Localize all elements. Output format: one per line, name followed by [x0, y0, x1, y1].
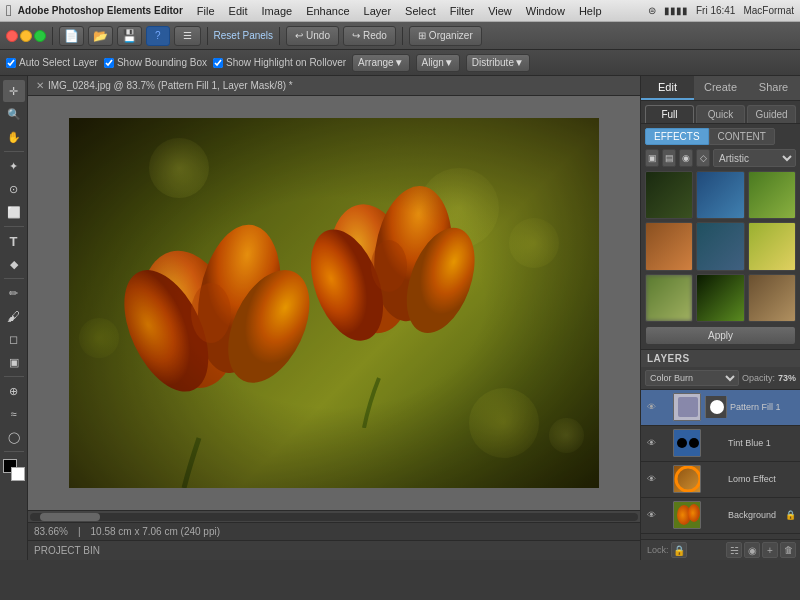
- crop-tool[interactable]: ⬜: [3, 201, 25, 223]
- lasso-tool[interactable]: ⊙: [3, 178, 25, 200]
- bounding-box-check[interactable]: Show Bounding Box: [104, 57, 207, 68]
- shape-tool[interactable]: ◆: [3, 253, 25, 275]
- svg-point-9: [371, 240, 407, 292]
- fg-bg-colors[interactable]: [3, 459, 25, 481]
- open-button[interactable]: 📂: [88, 26, 113, 46]
- layer-row-pattern-fill[interactable]: 👁 Pattern Fill 1: [641, 390, 800, 426]
- canvas-scrollbar-h[interactable]: [28, 510, 640, 522]
- project-bin-label: PROJECT BIN: [34, 545, 100, 556]
- type-tool[interactable]: T: [3, 230, 25, 252]
- layer-eye-icon[interactable]: 👁: [645, 401, 657, 413]
- main-area: ✛ 🔍 ✋ ✦ ⊙ ⬜ T ◆ ✏ 🖌 ◻ ▣ ⊕ ≈ ◯ ✕ IMG_0284…: [0, 76, 800, 560]
- smudge-tool[interactable]: ≈: [3, 403, 25, 425]
- traffic-light-yellow[interactable]: [20, 30, 32, 42]
- highlight-check[interactable]: Show Highlight on Rollover: [213, 57, 346, 68]
- pencil-tool[interactable]: ✏: [3, 282, 25, 304]
- layer-row-tint-blue[interactable]: 👁 Tint Blue 1: [641, 426, 800, 462]
- tab-share[interactable]: Share: [747, 76, 800, 100]
- effects-icon-2[interactable]: ▤: [662, 149, 676, 167]
- opacity-label: Opacity:: [742, 373, 775, 383]
- traffic-light-red[interactable]: [6, 30, 18, 42]
- effect-thumb-8[interactable]: [748, 274, 796, 322]
- effect-thumb-3[interactable]: [645, 222, 693, 270]
- help-button[interactable]: ?: [146, 26, 170, 46]
- close-tab-icon[interactable]: ✕: [36, 80, 44, 91]
- tab-edit[interactable]: Edit: [641, 76, 694, 100]
- effects-tab[interactable]: EFFECTS: [645, 128, 709, 145]
- eyedropper-tool[interactable]: ✦: [3, 155, 25, 177]
- align-btn[interactable]: Align▼: [416, 54, 460, 72]
- mode-guided[interactable]: Guided: [747, 105, 796, 123]
- print-button[interactable]: ☰: [174, 26, 201, 46]
- scrollbar-thumb[interactable]: [40, 513, 100, 521]
- layer-eye-icon-4[interactable]: 👁: [645, 509, 657, 521]
- effect-thumb-4[interactable]: [696, 222, 744, 270]
- auto-select-check[interactable]: Auto Select Layer: [6, 57, 98, 68]
- separator: |: [78, 526, 81, 537]
- apply-button[interactable]: Apply: [645, 326, 796, 345]
- background-color[interactable]: [11, 467, 25, 481]
- effect-thumb-1[interactable]: [696, 171, 744, 219]
- new-button[interactable]: 📄: [59, 26, 84, 46]
- menu-image[interactable]: Image: [256, 4, 299, 18]
- layer-eye-icon-3[interactable]: 👁: [645, 473, 657, 485]
- heal-tool[interactable]: ⊕: [3, 380, 25, 402]
- new-layer-btn[interactable]: +: [762, 542, 778, 558]
- arrange-btn[interactable]: Arrange▼: [352, 54, 409, 72]
- lock-all-btn[interactable]: 🔒: [671, 542, 687, 558]
- menu-enhance[interactable]: Enhance: [300, 4, 355, 18]
- menu-filter[interactable]: Filter: [444, 4, 480, 18]
- move-tool[interactable]: ✛: [3, 80, 25, 102]
- gradient-tool[interactable]: ▣: [3, 351, 25, 373]
- effect-thumb-7[interactable]: [696, 274, 744, 322]
- content-tab[interactable]: CONTENT: [709, 128, 775, 145]
- print-icon: ☰: [183, 30, 192, 41]
- menu-edit[interactable]: Edit: [223, 4, 254, 18]
- delete-layer-btn[interactable]: 🗑: [780, 542, 796, 558]
- organizer-button[interactable]: ⊞ Organizer: [409, 26, 482, 46]
- tab-create[interactable]: Create: [694, 76, 747, 100]
- layer-thumb-pattern: [673, 393, 701, 421]
- menu-help[interactable]: Help: [573, 4, 608, 18]
- effect-thumb-5[interactable]: [748, 222, 796, 270]
- layer-row-lomo[interactable]: 👁 Lomo Effect: [641, 462, 800, 498]
- menu-select[interactable]: Select: [399, 4, 442, 18]
- new-group-btn[interactable]: ☵: [726, 542, 742, 558]
- svg-point-15: [677, 438, 687, 448]
- menu-view[interactable]: View: [482, 4, 518, 18]
- effect-thumb-2[interactable]: [748, 171, 796, 219]
- project-bin[interactable]: PROJECT BIN: [28, 540, 640, 560]
- effects-header: EFFECTS CONTENT: [645, 128, 796, 145]
- eraser-tool[interactable]: ◻: [3, 328, 25, 350]
- canvas-wrapper[interactable]: [28, 96, 640, 510]
- effect-thumb-0[interactable]: [645, 171, 693, 219]
- opacity-value[interactable]: 73%: [778, 373, 796, 383]
- traffic-light-green[interactable]: [34, 30, 46, 42]
- redo-button[interactable]: ↪ Redo: [343, 26, 396, 46]
- undo-button[interactable]: ↩ Undo: [286, 26, 339, 46]
- new-adjustment-btn[interactable]: ◉: [744, 542, 760, 558]
- mode-quick[interactable]: Quick: [696, 105, 745, 123]
- effects-icon-1[interactable]: ▣: [645, 149, 659, 167]
- menu-window[interactable]: Window: [520, 4, 571, 18]
- mode-full[interactable]: Full: [645, 105, 694, 123]
- effects-dropdown[interactable]: Artistic Brushstrokes Distort Sketch Sty…: [713, 149, 796, 167]
- effects-icon-4[interactable]: ◇: [696, 149, 710, 167]
- menu-layer[interactable]: Layer: [358, 4, 398, 18]
- layer-thumb-tint: [673, 429, 701, 457]
- save-button[interactable]: 💾: [117, 26, 142, 46]
- document-tab[interactable]: ✕ IMG_0284.jpg @ 83.7% (Pattern Fill 1, …: [28, 76, 640, 96]
- menu-file[interactable]: File: [191, 4, 221, 18]
- layer-row-background[interactable]: 👁 Background 🔒: [641, 498, 800, 534]
- brush-tool[interactable]: 🖌: [3, 305, 25, 327]
- layer-eye-icon-2[interactable]: 👁: [645, 437, 657, 449]
- layer-name-lomo: Lomo Effect: [728, 474, 796, 484]
- blend-mode-select[interactable]: Color Burn Normal Multiply Screen Overla…: [645, 370, 739, 386]
- reset-panels-btn[interactable]: Reset Panels: [214, 30, 273, 41]
- effects-icon-3[interactable]: ◉: [679, 149, 693, 167]
- zoom-tool-handle[interactable]: 🔍: [3, 103, 25, 125]
- effect-thumb-6[interactable]: [645, 274, 693, 322]
- hand-tool[interactable]: ✋: [3, 126, 25, 148]
- distribute-btn[interactable]: Distribute▼: [466, 54, 530, 72]
- dodge-tool[interactable]: ◯: [3, 426, 25, 448]
